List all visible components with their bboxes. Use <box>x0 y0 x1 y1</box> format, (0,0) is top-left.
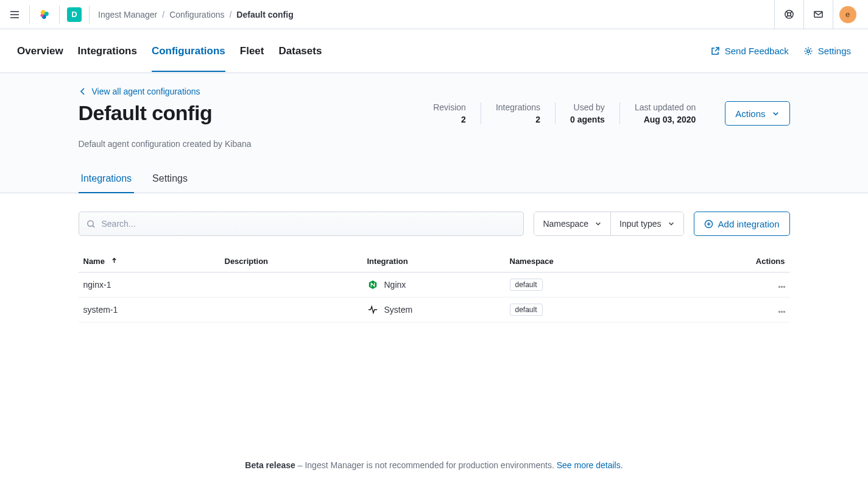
mail-icon <box>813 9 824 20</box>
app-nav: Overview Integrations Configurations Fle… <box>0 29 868 73</box>
send-feedback-link[interactable]: Send Feedback <box>710 46 789 56</box>
title-row: Default config Revision 2 Integrations 2… <box>79 101 790 126</box>
breadcrumb-root[interactable]: Ingest Manager <box>98 10 157 20</box>
cell-namespace: default <box>505 298 741 322</box>
avatar: e <box>839 6 856 23</box>
col-integration[interactable]: Integration <box>362 251 505 273</box>
stat-integrations: Integrations 2 <box>481 102 556 124</box>
divider <box>59 5 60 24</box>
nav-tab-integrations[interactable]: Integrations <box>78 30 137 72</box>
footer-more-link[interactable]: See more details. <box>557 460 623 470</box>
stat-value: 2 <box>496 115 540 124</box>
search-box[interactable] <box>79 212 524 236</box>
col-description[interactable]: Description <box>220 251 362 273</box>
filter-namespace-label: Namespace <box>543 219 588 229</box>
back-link[interactable]: View all agent configurations <box>79 87 200 96</box>
lifebuoy-icon <box>784 9 794 20</box>
cell-name[interactable]: nginx-1 <box>79 273 220 298</box>
stat-label: Used by <box>570 102 605 112</box>
namespace-badge: default <box>510 304 543 316</box>
sort-asc-icon <box>111 257 118 264</box>
nav-right: Send Feedback Settings <box>710 46 851 56</box>
cell-integration[interactable]: Nginx <box>362 273 505 298</box>
toolbar: Namespace Input types Add integration <box>79 212 790 236</box>
page-header-area: View all agent configurations Default co… <box>0 73 868 193</box>
detail-tab-integrations[interactable]: Integrations <box>79 167 135 193</box>
actions-button[interactable]: Actions <box>725 101 789 126</box>
main-content: Namespace Input types Add integration Na… <box>79 212 790 322</box>
settings-label: Settings <box>818 46 851 56</box>
divider <box>89 5 90 24</box>
breadcrumb: Ingest Manager / Configurations / Defaul… <box>98 10 294 20</box>
add-integration-button[interactable]: Add integration <box>694 212 790 236</box>
nav-tab-configurations[interactable]: Configurations <box>152 30 225 72</box>
footer-bold: Beta release <box>245 460 295 470</box>
external-link-icon <box>710 46 720 56</box>
chevron-down-icon <box>772 110 780 118</box>
col-name-label: Name <box>83 257 105 266</box>
svg-line-17 <box>93 226 94 227</box>
menu-toggle-button[interactable] <box>0 0 29 29</box>
row-actions-button[interactable] <box>741 273 790 298</box>
namespace-badge: default <box>510 279 543 291</box>
actions-button-label: Actions <box>735 109 765 119</box>
breadcrumb-current: Default config <box>236 10 293 20</box>
gear-icon <box>803 46 813 56</box>
chevron-down-icon <box>668 220 675 227</box>
search-icon <box>86 219 96 229</box>
nav-tab-fleet[interactable]: Fleet <box>240 30 264 72</box>
svg-rect-13 <box>814 12 822 17</box>
svg-point-8 <box>788 13 791 16</box>
col-name[interactable]: Name <box>79 251 220 273</box>
cell-integration-label: Nginx <box>384 280 406 290</box>
filter-inputtypes[interactable]: Input types <box>610 212 683 235</box>
cell-name[interactable]: system-1 <box>79 298 220 322</box>
col-actions: Actions <box>741 251 790 273</box>
cell-description <box>220 298 362 322</box>
breadcrumb-separator: / <box>229 10 231 20</box>
nav-tab-overview[interactable]: Overview <box>17 30 63 72</box>
settings-link[interactable]: Settings <box>803 46 851 56</box>
page-title: Default config <box>79 101 213 125</box>
svg-point-6 <box>40 13 43 16</box>
space-selector[interactable]: D <box>67 7 82 22</box>
svg-point-15 <box>807 49 810 52</box>
topbar-right: e <box>774 0 862 29</box>
plus-circle-icon <box>704 219 713 229</box>
filter-namespace[interactable]: Namespace <box>534 212 610 235</box>
search-input[interactable] <box>102 219 517 229</box>
filter-inputtypes-label: Input types <box>619 219 662 229</box>
stat-value: 0 agents <box>570 115 605 124</box>
elastic-logo[interactable] <box>30 0 59 29</box>
svg-line-11 <box>786 16 788 18</box>
mail-button[interactable] <box>803 0 833 29</box>
svg-line-9 <box>786 12 788 13</box>
detail-tabs: Integrations Settings <box>79 167 790 193</box>
nav-tab-datasets[interactable]: Datasets <box>278 30 322 72</box>
row-actions-button[interactable] <box>741 298 790 322</box>
svg-point-16 <box>87 220 93 226</box>
stat-usedby: Used by 0 agents <box>556 102 620 124</box>
stat-value: 2 <box>433 115 466 124</box>
cell-namespace: default <box>505 273 741 298</box>
chevron-down-icon <box>595 220 602 227</box>
news-button[interactable] <box>774 0 803 29</box>
back-link-label: View all agent configurations <box>92 87 200 96</box>
user-menu[interactable]: e <box>833 0 862 29</box>
chevron-left-icon <box>79 87 87 96</box>
page-subtitle: Default agent configuration created by K… <box>79 139 790 149</box>
send-feedback-label: Send Feedback <box>725 46 789 56</box>
stat-revision: Revision 2 <box>433 102 481 124</box>
topbar: D Ingest Manager / Configurations / Defa… <box>0 0 868 29</box>
cell-integration-label: System <box>384 305 413 315</box>
cell-description <box>220 273 362 298</box>
col-namespace[interactable]: Namespace <box>505 251 741 273</box>
cell-integration[interactable]: System <box>362 298 505 322</box>
stat-label: Integrations <box>496 102 540 112</box>
stat-updated: Last updated on Aug 03, 2020 <box>620 102 710 124</box>
table-row: nginx-1Nginxdefault <box>79 273 790 298</box>
detail-tab-settings[interactable]: Settings <box>150 167 190 193</box>
breadcrumb-parent[interactable]: Configurations <box>169 10 224 20</box>
stat-label: Revision <box>433 102 466 112</box>
elastic-logo-icon <box>38 8 51 21</box>
